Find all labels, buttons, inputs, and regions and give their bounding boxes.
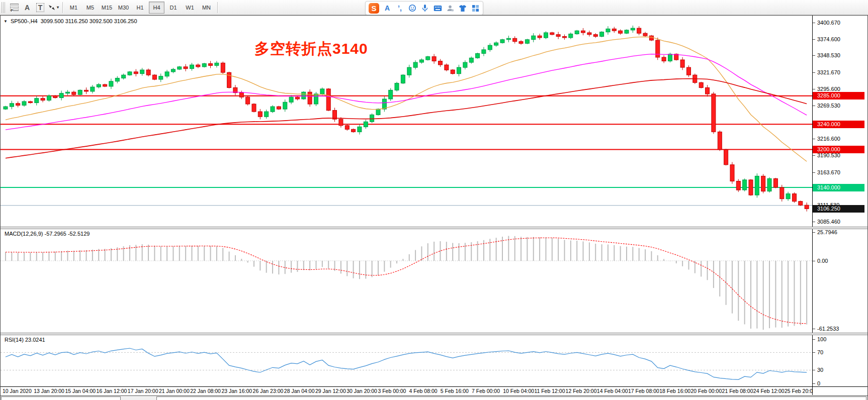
- sogou-logo-icon[interactable]: S: [369, 3, 379, 14]
- candle-body[interactable]: [500, 40, 504, 43]
- sogou-language-icon[interactable]: A: [383, 4, 392, 13]
- timeframe-m30[interactable]: M30: [116, 2, 131, 14]
- candle-body[interactable]: [277, 107, 281, 109]
- candle-body[interactable]: [786, 194, 790, 199]
- candle-body[interactable]: [370, 115, 374, 122]
- timeframe-h1[interactable]: H1: [132, 2, 148, 14]
- candle-body[interactable]: [140, 70, 144, 74]
- candle-body[interactable]: [178, 67, 182, 69]
- candle-body[interactable]: [625, 30, 629, 33]
- candle-body[interactable]: [28, 102, 32, 103]
- collapse-triangle-icon[interactable]: ▼: [4, 19, 8, 24]
- candle-body[interactable]: [302, 92, 306, 99]
- candle-body[interactable]: [190, 65, 194, 69]
- candle-body[interactable]: [10, 104, 14, 107]
- candle-body[interactable]: [445, 65, 449, 70]
- candlestick-chart-area[interactable]: ▼ SP500-,H4 3099.500 3116.250 3092.500 3…: [1, 16, 813, 227]
- candle-body[interactable]: [457, 67, 461, 74]
- candle-body[interactable]: [252, 104, 256, 112]
- candle-body[interactable]: [730, 165, 734, 181]
- candle-body[interactable]: [358, 127, 362, 132]
- candle-body[interactable]: [91, 87, 95, 91]
- candle-body[interactable]: [755, 176, 759, 195]
- candle-body[interactable]: [16, 104, 20, 106]
- candle-body[interactable]: [600, 32, 604, 37]
- candle-body[interactable]: [314, 94, 318, 104]
- candle-body[interactable]: [289, 97, 293, 102]
- rsi-indicator-area[interactable]: RSI(14) 23.0241: [1, 335, 813, 386]
- candle-body[interactable]: [283, 102, 287, 109]
- candle-body[interactable]: [53, 96, 57, 98]
- candle-body[interactable]: [115, 78, 119, 81]
- candle-body[interactable]: [419, 60, 423, 62]
- candle-body[interactable]: [805, 205, 809, 209]
- scrollbar-segment[interactable]: [1, 396, 121, 400]
- candle-body[interactable]: [793, 194, 797, 202]
- candle-body[interactable]: [506, 38, 510, 40]
- candle-body[interactable]: [59, 93, 63, 98]
- candle-body[interactable]: [761, 176, 765, 191]
- candle-body[interactable]: [84, 90, 89, 91]
- candle-body[interactable]: [326, 89, 330, 111]
- candle-body[interactable]: [265, 112, 269, 117]
- candle-body[interactable]: [519, 42, 523, 44]
- candle-body[interactable]: [41, 98, 45, 101]
- time-axis[interactable]: 10 Jan 202013 Jan 20:0015 Jan 04:0016 Ja…: [1, 386, 813, 395]
- candle-body[interactable]: [413, 62, 417, 67]
- bottom-scrollbar[interactable]: [1, 395, 867, 400]
- toolbar-drag-handle[interactable]: [2, 2, 6, 13]
- candle-body[interactable]: [619, 31, 623, 33]
- candle-body[interactable]: [767, 178, 771, 191]
- candle-body[interactable]: [749, 180, 753, 195]
- candle-body[interactable]: [513, 38, 517, 41]
- candle-body[interactable]: [66, 92, 70, 93]
- candle-body[interactable]: [345, 126, 349, 129]
- sogou-keyboard-icon[interactable]: [433, 4, 442, 13]
- candle-body[interactable]: [569, 34, 573, 38]
- candle-body[interactable]: [159, 76, 163, 79]
- candle-body[interactable]: [476, 53, 480, 58]
- candle-body[interactable]: [109, 81, 113, 86]
- candle-body[interactable]: [575, 31, 579, 34]
- candle-body[interactable]: [258, 112, 262, 117]
- candle-body[interactable]: [581, 31, 585, 33]
- candle-body[interactable]: [215, 63, 219, 65]
- candle-body[interactable]: [606, 29, 610, 32]
- candle-body[interactable]: [202, 64, 206, 67]
- candle-body[interactable]: [780, 187, 784, 199]
- candle-body[interactable]: [97, 84, 101, 87]
- candle-body[interactable]: [146, 70, 150, 75]
- text-label-tool-button[interactable]: A: [21, 2, 34, 14]
- candle-body[interactable]: [612, 29, 616, 31]
- candle-body[interactable]: [382, 99, 386, 109]
- candle-body[interactable]: [134, 72, 138, 74]
- candle-body[interactable]: [799, 202, 803, 206]
- candle-body[interactable]: [494, 43, 498, 45]
- candle-body[interactable]: [525, 40, 529, 44]
- candle-body[interactable]: [407, 67, 411, 75]
- candle-body[interactable]: [246, 97, 250, 104]
- candle-body[interactable]: [320, 89, 324, 94]
- candle-body[interactable]: [773, 178, 777, 187]
- candle-body[interactable]: [662, 57, 666, 61]
- candle-body[interactable]: [643, 33, 647, 36]
- candle-body[interactable]: [451, 70, 455, 74]
- sogou-account-icon[interactable]: [446, 4, 455, 13]
- candle-body[interactable]: [389, 90, 393, 99]
- candle-body[interactable]: [271, 107, 275, 112]
- timeframe-h4[interactable]: H4: [149, 2, 164, 14]
- template-grid-icon[interactable]: F: [8, 2, 21, 14]
- candle-body[interactable]: [550, 33, 554, 35]
- timeframe-mn[interactable]: MN: [199, 2, 214, 14]
- candle-body[interactable]: [401, 75, 405, 83]
- candle-body[interactable]: [556, 35, 560, 37]
- candle-body[interactable]: [656, 40, 660, 57]
- candle-body[interactable]: [395, 83, 399, 90]
- candle-body[interactable]: [152, 75, 156, 79]
- candle-body[interactable]: [469, 58, 473, 62]
- candle-body[interactable]: [680, 60, 684, 67]
- candle-body[interactable]: [196, 65, 200, 67]
- timeframe-m15[interactable]: M15: [99, 2, 115, 14]
- candle-body[interactable]: [724, 150, 728, 165]
- candle-body[interactable]: [47, 96, 51, 101]
